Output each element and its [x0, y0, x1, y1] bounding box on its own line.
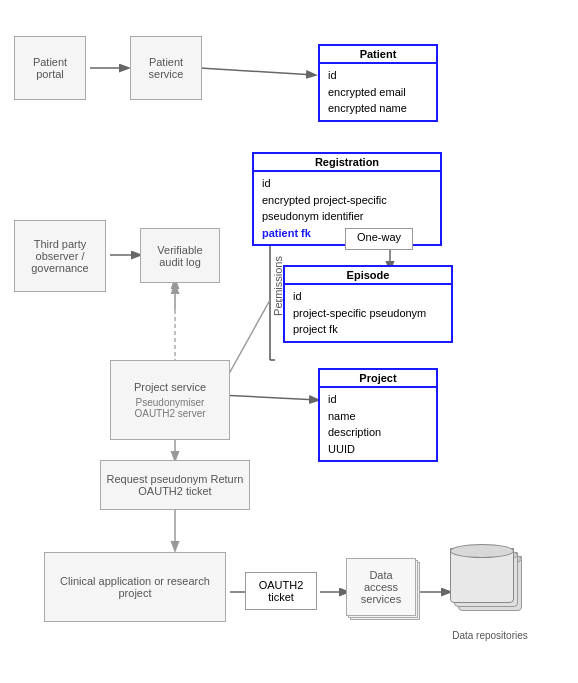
patient-portal-box: Patient portal	[14, 36, 86, 100]
project-service-box: Project service Pseudonymiser OAUTH2 ser…	[110, 360, 230, 440]
project-field-description: description	[328, 424, 428, 441]
patient-field-name: encrypted name	[328, 100, 428, 117]
patient-entity-header: Patient	[320, 46, 436, 64]
verifiable-audit-label: Verifiable audit log	[145, 244, 215, 268]
patient-field-id: id	[328, 67, 428, 84]
patient-entity: Patient id encrypted email encrypted nam…	[318, 44, 438, 122]
project-service-label: Project service	[134, 381, 206, 393]
project-field-name: name	[328, 408, 428, 425]
project-entity: Project id name description UUID	[318, 368, 438, 462]
oauth2-ticket-label: OAUTH2 ticket	[252, 579, 310, 603]
data-repositories: Data repositories	[450, 548, 530, 641]
request-pseudonym-box: Request pseudonym Return OAUTH2 ticket	[100, 460, 250, 510]
episode-field-project-fk: project fk	[293, 321, 443, 338]
episode-entity-body: id project-specific pseudonym project fk	[285, 285, 451, 341]
oauth2-ticket-box: OAUTH2 ticket	[245, 572, 317, 610]
third-party-box: Third party observer / governance	[14, 220, 106, 292]
episode-field-pseudonym: project-specific pseudonym	[293, 305, 443, 322]
episode-entity: Episode id project-specific pseudonym pr…	[283, 265, 453, 343]
patient-field-email: encrypted email	[328, 84, 428, 101]
svg-line-10	[220, 395, 318, 400]
episode-field-id: id	[293, 288, 443, 305]
project-field-id: id	[328, 391, 428, 408]
pseudonymiser-label: Pseudonymiser OAUTH2 server	[115, 397, 225, 419]
third-party-label: Third party observer / governance	[19, 238, 101, 274]
patient-service-box: Patient service	[130, 36, 202, 100]
registration-entity-header: Registration	[254, 154, 440, 172]
one-way-label: One-way	[345, 228, 413, 250]
project-field-uuid: UUID	[328, 441, 428, 458]
patient-portal-label: Patient portal	[19, 56, 81, 80]
project-entity-header: Project	[320, 370, 436, 388]
project-entity-body: id name description UUID	[320, 388, 436, 460]
clinical-app-label: Clinical application or research project	[49, 575, 221, 599]
reg-field-pseudonym: encrypted project-specific pseudonym ide…	[262, 192, 432, 225]
clinical-app-box: Clinical application or research project	[44, 552, 226, 622]
verifiable-audit-box: Verifiable audit log	[140, 228, 220, 283]
patient-service-label: Patient service	[135, 56, 197, 80]
svg-line-1	[200, 68, 315, 75]
patient-entity-body: id encrypted email encrypted name	[320, 64, 436, 120]
reg-field-id: id	[262, 175, 432, 192]
data-access-label: Data access services	[351, 569, 411, 605]
request-pseudonym-label: Request pseudonym Return OAUTH2 ticket	[105, 473, 245, 497]
diagram: Patient portal Patient service Patient i…	[0, 0, 578, 683]
episode-entity-header: Episode	[285, 267, 451, 285]
data-repos-label: Data repositories	[450, 630, 530, 641]
